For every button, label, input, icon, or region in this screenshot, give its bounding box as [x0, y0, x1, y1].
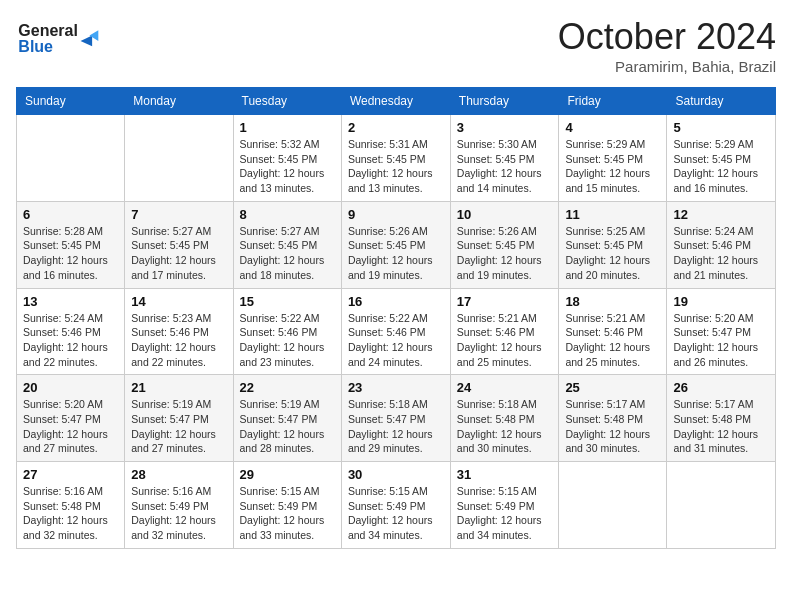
calendar-cell: 20Sunrise: 5:20 AM Sunset: 5:47 PM Dayli…	[17, 375, 125, 462]
day-number: 27	[23, 467, 118, 482]
calendar-table: SundayMondayTuesdayWednesdayThursdayFrid…	[16, 87, 776, 549]
day-number: 18	[565, 294, 660, 309]
day-number: 7	[131, 207, 226, 222]
calendar-cell: 21Sunrise: 5:19 AM Sunset: 5:47 PM Dayli…	[125, 375, 233, 462]
calendar-week-row: 27Sunrise: 5:16 AM Sunset: 5:48 PM Dayli…	[17, 462, 776, 549]
day-number: 25	[565, 380, 660, 395]
calendar-header-row: SundayMondayTuesdayWednesdayThursdayFrid…	[17, 88, 776, 115]
calendar-cell: 5Sunrise: 5:29 AM Sunset: 5:45 PM Daylig…	[667, 115, 776, 202]
logo: General Blue	[16, 16, 106, 56]
weekday-header: Thursday	[450, 88, 559, 115]
day-info: Sunrise: 5:27 AM Sunset: 5:45 PM Dayligh…	[240, 224, 335, 283]
calendar-cell: 28Sunrise: 5:16 AM Sunset: 5:49 PM Dayli…	[125, 462, 233, 549]
calendar-cell: 16Sunrise: 5:22 AM Sunset: 5:46 PM Dayli…	[341, 288, 450, 375]
calendar-cell: 2Sunrise: 5:31 AM Sunset: 5:45 PM Daylig…	[341, 115, 450, 202]
calendar-cell: 15Sunrise: 5:22 AM Sunset: 5:46 PM Dayli…	[233, 288, 341, 375]
day-info: Sunrise: 5:19 AM Sunset: 5:47 PM Dayligh…	[131, 397, 226, 456]
day-info: Sunrise: 5:16 AM Sunset: 5:48 PM Dayligh…	[23, 484, 118, 543]
day-info: Sunrise: 5:24 AM Sunset: 5:46 PM Dayligh…	[673, 224, 769, 283]
calendar-cell: 24Sunrise: 5:18 AM Sunset: 5:48 PM Dayli…	[450, 375, 559, 462]
day-number: 21	[131, 380, 226, 395]
day-info: Sunrise: 5:27 AM Sunset: 5:45 PM Dayligh…	[131, 224, 226, 283]
calendar-cell: 9Sunrise: 5:26 AM Sunset: 5:45 PM Daylig…	[341, 201, 450, 288]
day-number: 19	[673, 294, 769, 309]
day-number: 24	[457, 380, 553, 395]
day-info: Sunrise: 5:19 AM Sunset: 5:47 PM Dayligh…	[240, 397, 335, 456]
weekday-header: Wednesday	[341, 88, 450, 115]
day-info: Sunrise: 5:24 AM Sunset: 5:46 PM Dayligh…	[23, 311, 118, 370]
day-info: Sunrise: 5:16 AM Sunset: 5:49 PM Dayligh…	[131, 484, 226, 543]
day-info: Sunrise: 5:15 AM Sunset: 5:49 PM Dayligh…	[348, 484, 444, 543]
weekday-header: Monday	[125, 88, 233, 115]
calendar-cell: 30Sunrise: 5:15 AM Sunset: 5:49 PM Dayli…	[341, 462, 450, 549]
day-info: Sunrise: 5:20 AM Sunset: 5:47 PM Dayligh…	[23, 397, 118, 456]
page-header: General Blue October 2024 Paramirim, Bah…	[16, 16, 776, 75]
day-number: 6	[23, 207, 118, 222]
day-info: Sunrise: 5:28 AM Sunset: 5:45 PM Dayligh…	[23, 224, 118, 283]
day-number: 12	[673, 207, 769, 222]
location-subtitle: Paramirim, Bahia, Brazil	[558, 58, 776, 75]
day-info: Sunrise: 5:20 AM Sunset: 5:47 PM Dayligh…	[673, 311, 769, 370]
calendar-cell: 7Sunrise: 5:27 AM Sunset: 5:45 PM Daylig…	[125, 201, 233, 288]
day-info: Sunrise: 5:21 AM Sunset: 5:46 PM Dayligh…	[565, 311, 660, 370]
day-info: Sunrise: 5:21 AM Sunset: 5:46 PM Dayligh…	[457, 311, 553, 370]
calendar-cell: 22Sunrise: 5:19 AM Sunset: 5:47 PM Dayli…	[233, 375, 341, 462]
day-number: 10	[457, 207, 553, 222]
day-info: Sunrise: 5:25 AM Sunset: 5:45 PM Dayligh…	[565, 224, 660, 283]
day-number: 29	[240, 467, 335, 482]
month-title: October 2024	[558, 16, 776, 58]
weekday-header: Tuesday	[233, 88, 341, 115]
calendar-cell: 10Sunrise: 5:26 AM Sunset: 5:45 PM Dayli…	[450, 201, 559, 288]
calendar-cell: 23Sunrise: 5:18 AM Sunset: 5:47 PM Dayli…	[341, 375, 450, 462]
calendar-cell: 8Sunrise: 5:27 AM Sunset: 5:45 PM Daylig…	[233, 201, 341, 288]
day-info: Sunrise: 5:18 AM Sunset: 5:48 PM Dayligh…	[457, 397, 553, 456]
calendar-cell: 13Sunrise: 5:24 AM Sunset: 5:46 PM Dayli…	[17, 288, 125, 375]
weekday-header: Friday	[559, 88, 667, 115]
weekday-header: Saturday	[667, 88, 776, 115]
day-info: Sunrise: 5:17 AM Sunset: 5:48 PM Dayligh…	[565, 397, 660, 456]
calendar-cell: 27Sunrise: 5:16 AM Sunset: 5:48 PM Dayli…	[17, 462, 125, 549]
day-info: Sunrise: 5:23 AM Sunset: 5:46 PM Dayligh…	[131, 311, 226, 370]
calendar-cell: 26Sunrise: 5:17 AM Sunset: 5:48 PM Dayli…	[667, 375, 776, 462]
day-number: 20	[23, 380, 118, 395]
day-number: 11	[565, 207, 660, 222]
day-number: 1	[240, 120, 335, 135]
day-number: 9	[348, 207, 444, 222]
day-number: 16	[348, 294, 444, 309]
calendar-week-row: 13Sunrise: 5:24 AM Sunset: 5:46 PM Dayli…	[17, 288, 776, 375]
day-info: Sunrise: 5:31 AM Sunset: 5:45 PM Dayligh…	[348, 137, 444, 196]
day-number: 17	[457, 294, 553, 309]
day-info: Sunrise: 5:29 AM Sunset: 5:45 PM Dayligh…	[565, 137, 660, 196]
day-number: 22	[240, 380, 335, 395]
day-number: 3	[457, 120, 553, 135]
day-number: 4	[565, 120, 660, 135]
calendar-week-row: 6Sunrise: 5:28 AM Sunset: 5:45 PM Daylig…	[17, 201, 776, 288]
calendar-cell: 11Sunrise: 5:25 AM Sunset: 5:45 PM Dayli…	[559, 201, 667, 288]
calendar-cell: 3Sunrise: 5:30 AM Sunset: 5:45 PM Daylig…	[450, 115, 559, 202]
day-info: Sunrise: 5:30 AM Sunset: 5:45 PM Dayligh…	[457, 137, 553, 196]
title-block: October 2024 Paramirim, Bahia, Brazil	[558, 16, 776, 75]
day-number: 14	[131, 294, 226, 309]
weekday-header: Sunday	[17, 88, 125, 115]
svg-text:General: General	[18, 22, 78, 39]
calendar-cell: 14Sunrise: 5:23 AM Sunset: 5:46 PM Dayli…	[125, 288, 233, 375]
day-number: 30	[348, 467, 444, 482]
day-number: 13	[23, 294, 118, 309]
day-number: 26	[673, 380, 769, 395]
day-info: Sunrise: 5:15 AM Sunset: 5:49 PM Dayligh…	[457, 484, 553, 543]
day-info: Sunrise: 5:26 AM Sunset: 5:45 PM Dayligh…	[457, 224, 553, 283]
calendar-cell: 17Sunrise: 5:21 AM Sunset: 5:46 PM Dayli…	[450, 288, 559, 375]
calendar-week-row: 1Sunrise: 5:32 AM Sunset: 5:45 PM Daylig…	[17, 115, 776, 202]
svg-text:Blue: Blue	[18, 38, 53, 55]
calendar-cell: 4Sunrise: 5:29 AM Sunset: 5:45 PM Daylig…	[559, 115, 667, 202]
calendar-cell	[667, 462, 776, 549]
calendar-cell: 6Sunrise: 5:28 AM Sunset: 5:45 PM Daylig…	[17, 201, 125, 288]
calendar-cell: 25Sunrise: 5:17 AM Sunset: 5:48 PM Dayli…	[559, 375, 667, 462]
day-number: 28	[131, 467, 226, 482]
svg-marker-2	[81, 36, 93, 47]
calendar-cell: 19Sunrise: 5:20 AM Sunset: 5:47 PM Dayli…	[667, 288, 776, 375]
calendar-cell	[559, 462, 667, 549]
day-info: Sunrise: 5:18 AM Sunset: 5:47 PM Dayligh…	[348, 397, 444, 456]
day-number: 2	[348, 120, 444, 135]
calendar-cell	[17, 115, 125, 202]
